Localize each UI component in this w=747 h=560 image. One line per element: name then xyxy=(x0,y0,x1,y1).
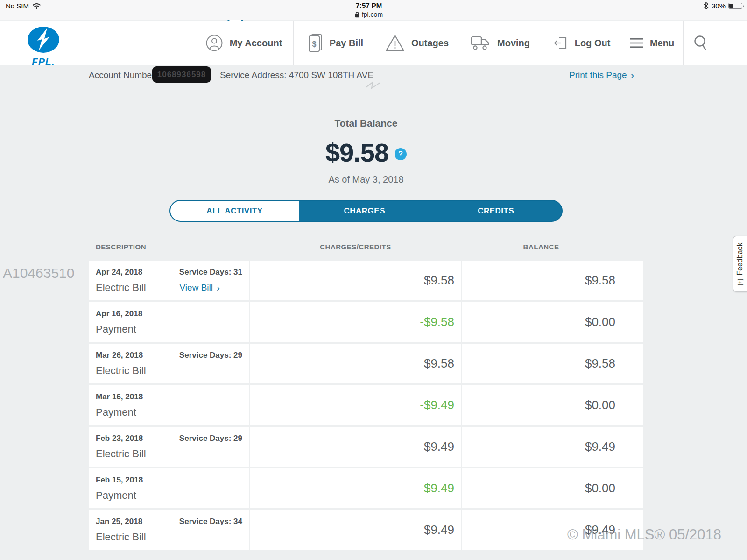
table-row: Feb 23, 2018 Electric Bill Service Days:… xyxy=(89,427,643,467)
header-balance: BALANCE xyxy=(462,243,643,251)
balance-cell: $0.00 xyxy=(462,468,643,508)
row-date: Feb 15, 2018 xyxy=(96,475,143,485)
row-date: Apr 24, 2018 xyxy=(96,268,146,277)
clock: 7:57 PM xyxy=(0,1,738,9)
feedback-plus-icon: [+] xyxy=(737,279,744,285)
url-bar[interactable]: fpl.com xyxy=(0,11,738,18)
total-balance-amount: $9.58 xyxy=(325,137,388,168)
nav-log-out[interactable]: Log Out xyxy=(543,21,620,65)
tab-credits[interactable]: CREDITS xyxy=(430,201,562,221)
description-cell: Apr 16, 2018 Payment › xyxy=(89,302,249,342)
description-cell: Jan 25, 2018 Electric Bill Service Days:… xyxy=(89,510,249,550)
description-cell: Feb 23, 2018 Electric Bill Service Days:… xyxy=(89,427,249,467)
charges-credits-cell: $9.58 xyxy=(250,261,461,300)
print-page-link[interactable]: Print this Page › xyxy=(569,70,634,80)
truck-icon xyxy=(470,35,491,51)
charges-credits-cell: $9.49 xyxy=(250,427,461,467)
row-type: Payment xyxy=(96,323,142,335)
table-row: Feb 15, 2018 Payment › -$9.49 $0.00 xyxy=(89,468,643,508)
description-cell: Feb 15, 2018 Payment › xyxy=(89,468,249,508)
row-date: Mar 26, 2018 xyxy=(96,351,146,360)
table-row: Apr 16, 2018 Payment › -$9.58 $0.00 xyxy=(89,302,643,342)
row-date: Apr 16, 2018 xyxy=(96,309,142,319)
nav-menu[interactable]: Menu xyxy=(620,21,683,65)
feedback-tab[interactable]: [+] Feedback xyxy=(733,236,747,292)
nav-label: Outages xyxy=(411,38,449,49)
balance-cell: $9.49 xyxy=(462,427,643,467)
header-charges-credits: CHARGES/CREDITS xyxy=(250,243,461,251)
row-type: Electric Bill xyxy=(96,282,146,294)
fpl-logo[interactable]: FPL. xyxy=(22,26,64,67)
service-days: Service Days: 31 xyxy=(179,268,242,277)
tab-all-activity[interactable]: ALL ACTIVITY xyxy=(170,201,299,221)
svg-text:$: $ xyxy=(312,40,316,48)
nav-label: Menu xyxy=(650,38,674,49)
header-description: DESCRIPTION xyxy=(89,243,249,251)
account-number-redaction: 1068936598 xyxy=(152,66,211,83)
fpl-logo-text: FPL. xyxy=(22,56,64,67)
table-row: Mar 16, 2018 Payment › -$9.49 $0.00 xyxy=(89,385,643,425)
search-icon xyxy=(693,35,709,51)
battery-percent-label: 30% xyxy=(712,2,726,10)
lock-icon xyxy=(355,12,359,18)
table-row: Apr 24, 2018 Electric Bill Service Days:… xyxy=(89,261,643,300)
service-days: Service Days: 29 xyxy=(179,351,242,360)
hamburger-icon xyxy=(629,37,643,49)
top-navigation: FPL. My Account $ Pay Bill xyxy=(0,21,747,65)
balance-cell: $9.58 xyxy=(462,261,643,300)
bill-icon: $ xyxy=(307,34,323,52)
row-type: Electric Bill xyxy=(96,448,146,460)
charges-credits-cell: $9.58 xyxy=(250,344,461,383)
total-balance-section: Total Balance $9.58 ? As of May 3, 2018 xyxy=(89,118,643,185)
activity-tab-bar: ALL ACTIVITY CHARGES CREDITS xyxy=(169,200,563,222)
logout-icon xyxy=(553,35,568,51)
description-cell: Apr 24, 2018 Electric Bill Service Days:… xyxy=(89,261,249,300)
table-header: DESCRIPTION CHARGES/CREDITS BALANCE xyxy=(89,243,643,251)
row-type: Payment xyxy=(96,489,143,502)
description-cell: Mar 16, 2018 Payment › xyxy=(89,385,249,425)
ios-status-bar: No SIM 7:57 PM fpl.com 30% xyxy=(0,0,747,20)
charges-credits-cell: -$9.58 xyxy=(250,302,461,342)
table-row: Mar 26, 2018 Electric Bill Service Days:… xyxy=(89,344,643,383)
service-address: Service Address: 4700 SW 108TH AVE xyxy=(220,70,374,80)
charges-credits-cell: $9.49 xyxy=(250,510,461,550)
table-body: Apr 24, 2018 Electric Bill Service Days:… xyxy=(89,261,643,550)
table-row: Jan 25, 2018 Electric Bill Service Days:… xyxy=(89,510,643,550)
chevron-right-icon: › xyxy=(217,282,220,293)
fpl-logo-icon xyxy=(27,26,60,53)
chevron-right-icon: › xyxy=(631,71,634,80)
warning-triangle-icon xyxy=(385,34,405,52)
row-type: Electric Bill xyxy=(96,365,146,377)
feedback-label: Feedback xyxy=(736,243,745,276)
row-date: Mar 16, 2018 xyxy=(96,392,143,402)
url-text: fpl.com xyxy=(362,11,383,18)
balance-as-of: As of May 3, 2018 xyxy=(89,174,643,185)
divider-notch xyxy=(366,81,382,92)
account-number-label: Account Number: xyxy=(89,70,157,80)
view-bill-link[interactable]: View Bill › xyxy=(179,282,242,293)
nav-pay-bill[interactable]: $ Pay Bill xyxy=(293,21,377,65)
nav-my-account[interactable]: My Account xyxy=(194,21,293,65)
tab-charges[interactable]: CHARGES xyxy=(299,201,430,221)
nav-label: Log Out xyxy=(575,38,611,49)
nav-moving[interactable]: Moving xyxy=(457,21,543,65)
total-balance-title: Total Balance xyxy=(89,118,643,129)
row-date: Jan 25, 2018 xyxy=(96,517,146,526)
row-date: Feb 23, 2018 xyxy=(96,434,146,443)
balance-cell: $0.00 xyxy=(462,302,643,342)
nav-outages[interactable]: Outages xyxy=(377,21,457,65)
fpl-billing-page: No SIM 7:57 PM fpl.com 30% xyxy=(0,0,747,560)
help-icon[interactable]: ? xyxy=(395,148,407,160)
charges-credits-cell: -$9.49 xyxy=(250,385,461,425)
nav-search[interactable] xyxy=(683,21,747,65)
nav-label: Pay Bill xyxy=(330,38,363,49)
account-info-bar: Account Number: 1068936598 Service Addre… xyxy=(0,65,747,86)
nav-label: Moving xyxy=(497,38,530,49)
watermark-mls-id: A10463510 xyxy=(3,265,75,281)
balance-cell: $9.58 xyxy=(462,344,643,383)
row-type: Payment xyxy=(96,406,143,418)
balance-cell: $0.00 xyxy=(462,385,643,425)
description-cell: Mar 26, 2018 Electric Bill Service Days:… xyxy=(89,344,249,383)
row-type: Electric Bill xyxy=(96,531,146,543)
service-days: Service Days: 29 xyxy=(179,434,242,443)
